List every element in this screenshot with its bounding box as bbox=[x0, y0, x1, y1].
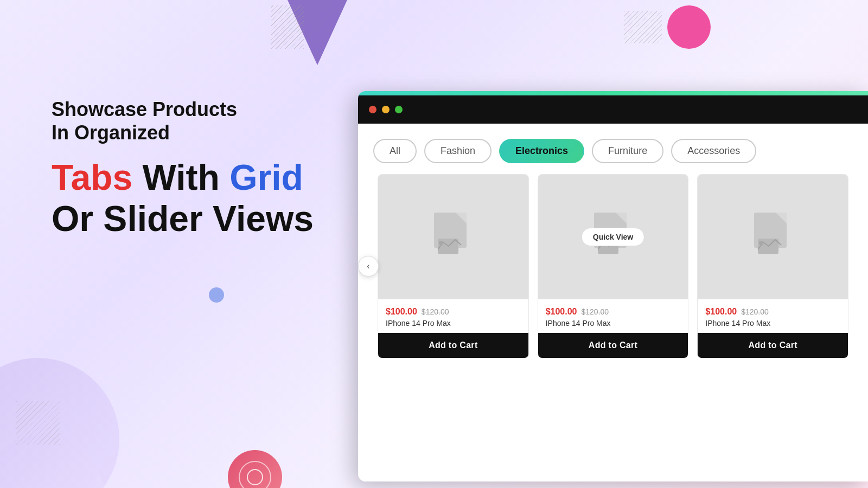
lines-top-right-decoration bbox=[624, 11, 662, 43]
product-info-2: $100.00 $120.00 IPhone 14 Pro Max bbox=[538, 299, 688, 328]
product-card-2: Quick View $100.00 $120.00 IPhone 14 Pro… bbox=[538, 174, 689, 358]
category-tabs: All Fashion Electronics Furniture Access… bbox=[358, 124, 868, 174]
product-image-3 bbox=[698, 175, 848, 299]
product-card-3: $100.00 $120.00 IPhone 14 Pro Max Add to… bbox=[697, 174, 848, 358]
product-info-3: $100.00 $120.00 IPhone 14 Pro Max bbox=[698, 299, 848, 328]
prev-button[interactable]: ‹ bbox=[358, 256, 379, 277]
tab-all[interactable]: All bbox=[373, 139, 417, 163]
subtitle: Showcase Products In Organized bbox=[52, 98, 355, 144]
add-to-cart-button-3[interactable]: Add to Cart bbox=[698, 333, 848, 358]
product-name-3: IPhone 14 Pro Max bbox=[705, 319, 840, 328]
add-to-cart-button-2[interactable]: Add to Cart bbox=[538, 333, 688, 358]
product-name-2: IPhone 14 Pro Max bbox=[546, 319, 681, 328]
headline-tabs-word: Tabs bbox=[52, 157, 132, 197]
tab-accessories[interactable]: Accessories bbox=[671, 139, 756, 163]
headline-grid-word: Grid bbox=[229, 157, 303, 197]
product-card-1: $100.00 $120.00 IPhone 14 Pro Max Add to… bbox=[378, 174, 529, 358]
dot-red bbox=[369, 106, 376, 113]
svg-point-3 bbox=[439, 241, 443, 245]
product-price-row-1: $100.00 $120.00 bbox=[386, 307, 521, 317]
quick-view-button[interactable]: Quick View bbox=[582, 228, 644, 246]
headline-with-word: With bbox=[132, 157, 229, 197]
product-image-icon-3 bbox=[751, 213, 795, 261]
browser-window: All Fashion Electronics Furniture Access… bbox=[358, 91, 868, 481]
product-image-1 bbox=[378, 175, 528, 299]
lines-bottom-left-decoration bbox=[16, 401, 60, 445]
blue-circle-decoration bbox=[209, 287, 224, 303]
product-grid: ‹ $100.00 $120.00 bbox=[358, 174, 868, 358]
tab-electronics[interactable]: Electronics bbox=[499, 139, 584, 163]
product-price-original-1: $120.00 bbox=[422, 307, 449, 316]
headline-second-line: Or Slider Views bbox=[52, 198, 355, 240]
product-price-row-2: $100.00 $120.00 bbox=[546, 307, 681, 317]
product-price-original-2: $120.00 bbox=[582, 307, 609, 316]
product-price-row-3: $100.00 $120.00 bbox=[705, 307, 840, 317]
add-to-cart-button-1[interactable]: Add to Cart bbox=[378, 333, 528, 358]
tab-furniture[interactable]: Furniture bbox=[592, 139, 663, 163]
dot-yellow bbox=[382, 106, 390, 113]
left-content-area: Showcase Products In Organized Tabs With… bbox=[52, 98, 355, 240]
browser-titlebar bbox=[358, 95, 868, 124]
triangle-lines-decoration bbox=[271, 5, 304, 49]
browser-content: All Fashion Electronics Furniture Access… bbox=[358, 124, 868, 481]
product-price-original-3: $120.00 bbox=[741, 307, 769, 316]
svg-point-11 bbox=[759, 241, 763, 245]
dot-green bbox=[395, 106, 403, 113]
headline: Tabs With Grid Or Slider Views bbox=[52, 157, 355, 240]
bottom-circle-decoration bbox=[228, 450, 282, 488]
browser-top-bar bbox=[358, 91, 868, 95]
product-name-1: IPhone 14 Pro Max bbox=[386, 319, 521, 328]
product-image-icon-1 bbox=[431, 213, 475, 261]
product-price-current-2: $100.00 bbox=[546, 307, 577, 317]
tab-fashion[interactable]: Fashion bbox=[424, 139, 492, 163]
product-info-1: $100.00 $120.00 IPhone 14 Pro Max bbox=[378, 299, 528, 328]
product-image-2: Quick View bbox=[538, 175, 688, 299]
product-price-current-3: $100.00 bbox=[705, 307, 737, 317]
product-price-current-1: $100.00 bbox=[386, 307, 417, 317]
pink-circle-decoration bbox=[667, 5, 711, 49]
